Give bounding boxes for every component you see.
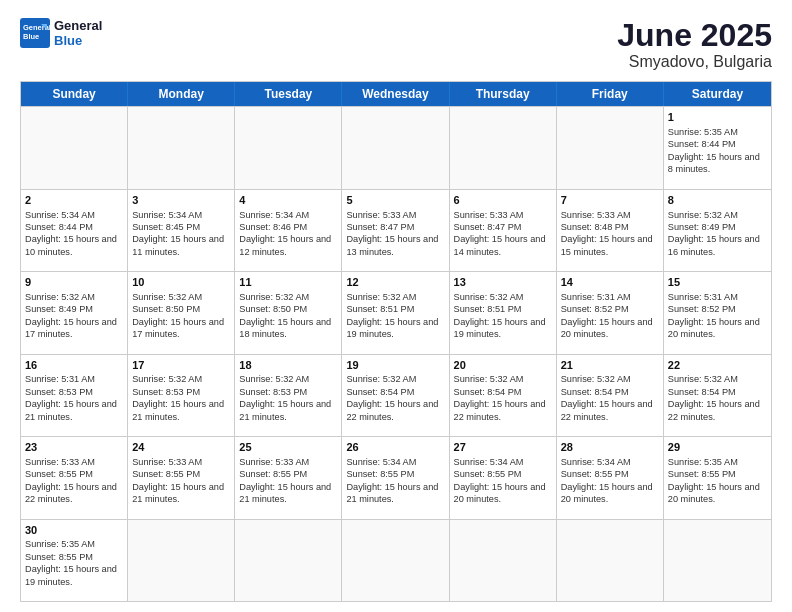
- table-row: 25Sunrise: 5:33 AMSunset: 8:55 PMDayligh…: [235, 437, 342, 518]
- table-row: [664, 520, 771, 601]
- sunset-text: Sunset: 8:50 PM: [239, 304, 307, 314]
- table-row: 22Sunrise: 5:32 AMSunset: 8:54 PMDayligh…: [664, 355, 771, 436]
- daylight-text: Daylight: 15 hours and 19 minutes.: [346, 317, 438, 339]
- daylight-text: Daylight: 15 hours and 22 minutes.: [561, 399, 653, 421]
- sunrise-text: Sunrise: 5:33 AM: [454, 210, 524, 220]
- table-row: [450, 520, 557, 601]
- daylight-text: Daylight: 15 hours and 20 minutes.: [668, 482, 760, 504]
- table-row: 9Sunrise: 5:32 AMSunset: 8:49 PMDaylight…: [21, 272, 128, 353]
- daylight-text: Daylight: 15 hours and 17 minutes.: [132, 317, 224, 339]
- sunrise-text: Sunrise: 5:35 AM: [25, 539, 95, 549]
- sunset-text: Sunset: 8:53 PM: [132, 387, 200, 397]
- day-number: 19: [346, 358, 444, 373]
- sunset-text: Sunset: 8:44 PM: [25, 222, 93, 232]
- day-number: 16: [25, 358, 123, 373]
- table-row: 15Sunrise: 5:31 AMSunset: 8:52 PMDayligh…: [664, 272, 771, 353]
- page-header: General Blue General Blue June 2025 Smya…: [20, 18, 772, 71]
- calendar-week-5: 23Sunrise: 5:33 AMSunset: 8:55 PMDayligh…: [21, 436, 771, 518]
- day-number: 9: [25, 275, 123, 290]
- sunset-text: Sunset: 8:53 PM: [239, 387, 307, 397]
- table-row: 19Sunrise: 5:32 AMSunset: 8:54 PMDayligh…: [342, 355, 449, 436]
- calendar-title: June 2025: [617, 18, 772, 53]
- sunset-text: Sunset: 8:54 PM: [561, 387, 629, 397]
- table-row: [21, 107, 128, 188]
- table-row: 10Sunrise: 5:32 AMSunset: 8:50 PMDayligh…: [128, 272, 235, 353]
- day-number: 27: [454, 440, 552, 455]
- day-number: 24: [132, 440, 230, 455]
- sunrise-text: Sunrise: 5:34 AM: [561, 457, 631, 467]
- sunrise-text: Sunrise: 5:32 AM: [454, 292, 524, 302]
- sunset-text: Sunset: 8:55 PM: [25, 469, 93, 479]
- sunset-text: Sunset: 8:55 PM: [561, 469, 629, 479]
- sunset-text: Sunset: 8:53 PM: [25, 387, 93, 397]
- svg-text:Blue: Blue: [23, 32, 39, 41]
- day-number: 10: [132, 275, 230, 290]
- table-row: 8Sunrise: 5:32 AMSunset: 8:49 PMDaylight…: [664, 190, 771, 271]
- table-row: [128, 107, 235, 188]
- sunset-text: Sunset: 8:47 PM: [346, 222, 414, 232]
- day-number: 8: [668, 193, 767, 208]
- daylight-text: Daylight: 15 hours and 21 minutes.: [346, 482, 438, 504]
- sunrise-text: Sunrise: 5:32 AM: [346, 292, 416, 302]
- sunrise-text: Sunrise: 5:31 AM: [25, 374, 95, 384]
- day-number: 23: [25, 440, 123, 455]
- table-row: 4Sunrise: 5:34 AMSunset: 8:46 PMDaylight…: [235, 190, 342, 271]
- daylight-text: Daylight: 15 hours and 11 minutes.: [132, 234, 224, 256]
- header-thursday: Thursday: [450, 82, 557, 106]
- table-row: 24Sunrise: 5:33 AMSunset: 8:55 PMDayligh…: [128, 437, 235, 518]
- sunrise-text: Sunrise: 5:35 AM: [668, 127, 738, 137]
- daylight-text: Daylight: 15 hours and 17 minutes.: [25, 317, 117, 339]
- table-row: 6Sunrise: 5:33 AMSunset: 8:47 PMDaylight…: [450, 190, 557, 271]
- sunrise-text: Sunrise: 5:34 AM: [454, 457, 524, 467]
- day-number: 2: [25, 193, 123, 208]
- sunset-text: Sunset: 8:55 PM: [346, 469, 414, 479]
- day-number: 11: [239, 275, 337, 290]
- table-row: 18Sunrise: 5:32 AMSunset: 8:53 PMDayligh…: [235, 355, 342, 436]
- daylight-text: Daylight: 15 hours and 21 minutes.: [239, 482, 331, 504]
- daylight-text: Daylight: 15 hours and 19 minutes.: [454, 317, 546, 339]
- daylight-text: Daylight: 15 hours and 18 minutes.: [239, 317, 331, 339]
- daylight-text: Daylight: 15 hours and 13 minutes.: [346, 234, 438, 256]
- calendar-week-6: 30Sunrise: 5:35 AMSunset: 8:55 PMDayligh…: [21, 519, 771, 601]
- header-wednesday: Wednesday: [342, 82, 449, 106]
- day-number: 7: [561, 193, 659, 208]
- title-block: June 2025 Smyadovo, Bulgaria: [617, 18, 772, 71]
- table-row: [557, 520, 664, 601]
- daylight-text: Daylight: 15 hours and 12 minutes.: [239, 234, 331, 256]
- daylight-text: Daylight: 15 hours and 20 minutes.: [561, 482, 653, 504]
- sunset-text: Sunset: 8:52 PM: [668, 304, 736, 314]
- sunrise-text: Sunrise: 5:31 AM: [668, 292, 738, 302]
- daylight-text: Daylight: 15 hours and 10 minutes.: [25, 234, 117, 256]
- sunrise-text: Sunrise: 5:33 AM: [25, 457, 95, 467]
- sunset-text: Sunset: 8:46 PM: [239, 222, 307, 232]
- table-row: 17Sunrise: 5:32 AMSunset: 8:53 PMDayligh…: [128, 355, 235, 436]
- day-number: 3: [132, 193, 230, 208]
- daylight-text: Daylight: 15 hours and 21 minutes.: [25, 399, 117, 421]
- table-row: 21Sunrise: 5:32 AMSunset: 8:54 PMDayligh…: [557, 355, 664, 436]
- sunset-text: Sunset: 8:44 PM: [668, 139, 736, 149]
- sunset-text: Sunset: 8:54 PM: [668, 387, 736, 397]
- daylight-text: Daylight: 15 hours and 22 minutes.: [346, 399, 438, 421]
- header-tuesday: Tuesday: [235, 82, 342, 106]
- sunset-text: Sunset: 8:54 PM: [454, 387, 522, 397]
- day-number: 26: [346, 440, 444, 455]
- sunset-text: Sunset: 8:45 PM: [132, 222, 200, 232]
- header-monday: Monday: [128, 82, 235, 106]
- sunset-text: Sunset: 8:49 PM: [668, 222, 736, 232]
- table-row: [235, 520, 342, 601]
- logo-icon: General Blue: [20, 18, 50, 48]
- table-row: [235, 107, 342, 188]
- day-number: 15: [668, 275, 767, 290]
- day-number: 12: [346, 275, 444, 290]
- sunrise-text: Sunrise: 5:32 AM: [132, 374, 202, 384]
- sunset-text: Sunset: 8:50 PM: [132, 304, 200, 314]
- calendar-week-1: 1Sunrise: 5:35 AMSunset: 8:44 PMDaylight…: [21, 106, 771, 188]
- sunrise-text: Sunrise: 5:34 AM: [239, 210, 309, 220]
- table-row: [128, 520, 235, 601]
- table-row: 11Sunrise: 5:32 AMSunset: 8:50 PMDayligh…: [235, 272, 342, 353]
- sunset-text: Sunset: 8:49 PM: [25, 304, 93, 314]
- table-row: 3Sunrise: 5:34 AMSunset: 8:45 PMDaylight…: [128, 190, 235, 271]
- day-number: 28: [561, 440, 659, 455]
- table-row: 13Sunrise: 5:32 AMSunset: 8:51 PMDayligh…: [450, 272, 557, 353]
- day-number: 17: [132, 358, 230, 373]
